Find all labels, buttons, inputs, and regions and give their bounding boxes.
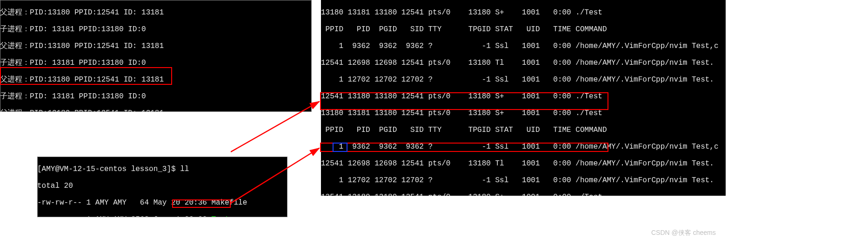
ps-line: 12541 13180 13180 12541 pts/0 13180 S+ 1… — [321, 193, 726, 196]
terminal-output-1[interactable]: 父进程：PID:13180 PPID:12541 ID: 13181 子进程：P… — [0, 0, 312, 112]
ps-line: 1 9362 9362 9362 ? -1 Ssl 1001 0:00 /hom… — [321, 42, 726, 50]
watermark: CSDN @侠客 cheems — [651, 228, 716, 237]
ps-line: 1 12702 12702 12702 ? -1 Ssl 1001 0:00 /… — [321, 176, 726, 185]
ps-line: 13180 13181 13180 12541 pts/0 13180 S+ 1… — [321, 109, 726, 117]
terminal-output-2[interactable]: [AMY@VM-12-15-centos lesson_3]$ ll total… — [37, 157, 287, 217]
terminal-output-3[interactable]: 13180 13181 13180 12541 pts/0 13180 S+ 1… — [321, 0, 726, 196]
ps-header: PPID PID PGID SID TTY TPGID STAT UID TIM… — [321, 25, 726, 34]
proc-line: 子进程：PID: 13181 PPID:13180 ID:0 — [0, 25, 312, 34]
proc-line: 父进程：PID:13180 PPID:12541 ID: 13181 — [0, 109, 312, 112]
ps-line: 1 12702 12702 12702 ? -1 Ssl 1001 0:00 /… — [321, 75, 726, 84]
proc-line: 子进程：PID: 13181 PPID:13180 ID:0 — [0, 59, 312, 67]
proc-line: 子进程：PID: 13181 PPID:13180 ID:0 — [0, 92, 312, 101]
proc-line: 父进程：PID:13180 PPID:12541 ID: 13181 — [0, 8, 312, 17]
ps-line: 12541 12698 12698 12541 pts/0 13180 Tl 1… — [321, 159, 726, 168]
ps-line: 1 9362 9362 9362 ? -1 Ssl 1001 0:00 /hom… — [321, 143, 726, 151]
ps-line: 13180 13181 13180 12541 pts/0 13180 S+ 1… — [321, 8, 726, 17]
ps-header: PPID PID PGID SID TTY TPGID STAT UID TIM… — [321, 126, 726, 134]
ls-line: -rw-rw-r-- 1 AMY AMY 64 May 20 20:36 Mak… — [37, 199, 287, 207]
ls-line: -rwxrwxr-x 1 AMY AMY 8568 Jun 1 22:22 Te… — [37, 215, 287, 217]
executable-name: Test — [211, 215, 229, 217]
ls-total: total 20 — [37, 182, 287, 190]
ps-line: 12541 13180 13180 12541 pts/0 13180 S+ 1… — [321, 92, 726, 101]
ps-line: 12541 12698 12698 12541 pts/0 13180 Tl 1… — [321, 59, 726, 67]
prompt-line: [AMY@VM-12-15-centos lesson_3]$ ll — [37, 165, 287, 173]
proc-line: 父进程：PID:13180 PPID:12541 ID: 13181 — [0, 75, 312, 84]
proc-line: 父进程：PID:13180 PPID:12541 ID: 13181 — [0, 42, 312, 50]
